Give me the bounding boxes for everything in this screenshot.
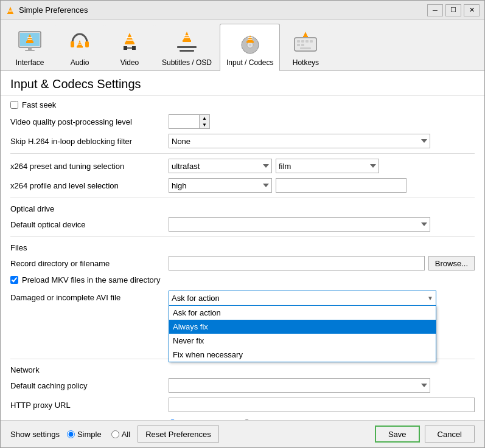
svg-rect-43 — [300, 47, 311, 49]
settings-scroll[interactable]: Fast seek Video quality post-processing … — [1, 95, 484, 420]
svg-rect-41 — [297, 44, 300, 46]
svg-rect-1 — [7, 13, 13, 14]
skip-h264-select[interactable]: None All Non-reference — [169, 134, 430, 148]
reset-preferences-button[interactable]: Reset Preferences — [138, 426, 219, 443]
dropdown-option-always-fix[interactable]: Always fix — [169, 320, 436, 334]
damaged-avi-control: Ask for action ▼ Ask for action Always f… — [169, 291, 475, 305]
http-proxy-control — [169, 398, 475, 412]
tab-interface[interactable]: Interface — [5, 24, 54, 71]
dropdown-option-ask[interactable]: Ask for action — [169, 306, 436, 320]
fast-seek-label[interactable]: Fast seek — [10, 100, 56, 109]
x264-profile-select[interactable]: high baseline main — [169, 178, 272, 193]
spin-down-button[interactable]: ▼ — [200, 122, 209, 128]
record-dir-input[interactable] — [169, 256, 425, 271]
svg-rect-24 — [183, 40, 191, 42]
x264-preset-select[interactable]: ultrafast superfast veryfast faster fast… — [169, 159, 272, 173]
svg-rect-3 — [9, 11, 12, 12]
browse-button[interactable]: Browse... — [428, 256, 475, 271]
show-settings-label: Show settings — [10, 430, 60, 439]
default-caching-row: Default caching policy — [1, 376, 484, 395]
save-button[interactable]: Save — [375, 426, 420, 443]
rtp-radio-label[interactable]: RTP over RTSP (TCP) — [243, 419, 333, 421]
x264-tuning-select[interactable]: film animation grain stillimage — [276, 159, 379, 173]
video-quality-input[interactable]: 6 — [169, 114, 199, 129]
svg-rect-25 — [184, 35, 190, 36]
live555-label: Live555 stream transport — [10, 419, 169, 421]
content-area: Input & Codecs Settings Fast seek Video … — [1, 71, 484, 420]
svg-point-31 — [249, 44, 251, 46]
svg-rect-40 — [310, 40, 313, 43]
tab-video[interactable]: Video — [105, 24, 154, 71]
close-button[interactable]: ✕ — [464, 4, 480, 16]
svg-rect-42 — [301, 44, 304, 46]
video-quality-spinner: 6 ▲ ▼ — [169, 114, 210, 129]
skip-h264-label: Skip H.264 in-loop deblocking filter — [10, 137, 169, 146]
damaged-avi-dropdown[interactable]: Ask for action ▼ Ask for action Always f… — [169, 291, 436, 305]
maximize-button[interactable]: ☐ — [445, 4, 461, 16]
input-icon — [236, 28, 265, 57]
minimize-button[interactable]: ─ — [427, 4, 443, 16]
subtitles-icon — [172, 28, 201, 57]
dropdown-arrow-icon: ▼ — [427, 295, 433, 302]
svg-rect-21 — [127, 40, 133, 41]
preload-mkv-label[interactable]: Preload MKV files in the same directory — [10, 275, 161, 284]
svg-rect-33 — [246, 41, 254, 43]
preload-mkv-row: Preload MKV files in the same directory — [1, 273, 484, 287]
http-radio-input[interactable] — [169, 419, 176, 421]
dropdown-selected-display[interactable]: Ask for action ▼ — [169, 291, 436, 305]
video-quality-row: Video quality post-processing level 6 ▲ … — [1, 112, 484, 131]
default-optical-row: Default optical device — [1, 215, 484, 234]
live555-row: Live555 stream transport HTTP (default) … — [1, 415, 484, 420]
svg-marker-23 — [183, 32, 191, 41]
tab-video-label: Video — [120, 58, 139, 67]
default-optical-label: Default optical device — [10, 220, 169, 229]
all-radio-label[interactable]: All — [111, 430, 130, 439]
preload-mkv-checkbox[interactable] — [10, 276, 18, 284]
tab-audio[interactable]: Audio — [55, 24, 104, 71]
svg-rect-17 — [79, 44, 82, 45]
tab-input[interactable]: Input / Codecs — [220, 24, 280, 71]
x264-level-input[interactable]: 0 — [276, 178, 406, 193]
bottom-bar: Show settings Simple All Reset Preferenc… — [1, 420, 484, 447]
dropdown-option-fix-when[interactable]: Fix when necessary — [169, 348, 436, 362]
default-caching-label: Default caching policy — [10, 381, 169, 390]
simple-radio-input[interactable] — [67, 430, 75, 438]
spin-up-button[interactable]: ▲ — [200, 115, 209, 122]
app-icon — [5, 5, 15, 15]
http-proxy-input[interactable] — [169, 398, 475, 412]
http-proxy-label: HTTP proxy URL — [10, 401, 169, 410]
show-settings-radios: Simple All — [67, 430, 130, 439]
default-caching-select[interactable] — [169, 378, 430, 393]
rtp-radio-input[interactable] — [243, 419, 251, 421]
divider-3 — [10, 236, 475, 237]
tab-interface-label: Interface — [16, 58, 44, 67]
dropdown-selected-text: Ask for action — [172, 294, 220, 303]
svg-rect-28 — [180, 50, 194, 52]
http-radio-label[interactable]: HTTP (default) — [169, 419, 231, 421]
default-optical-select[interactable] — [169, 217, 430, 232]
x264-preset-control: ultrafast superfast veryfast faster fast… — [169, 159, 475, 173]
window-title: Simple Preferences — [19, 5, 427, 15]
divider-2 — [10, 198, 475, 198]
fast-seek-checkbox[interactable] — [10, 101, 18, 109]
dropdown-option-never-fix[interactable]: Never fix — [169, 334, 436, 348]
skip-h264-control: None All Non-reference — [169, 134, 475, 148]
cancel-button[interactable]: Cancel — [425, 426, 475, 443]
bottom-right-buttons: Save Cancel — [375, 426, 475, 443]
interface-icon — [15, 28, 44, 57]
default-caching-control — [169, 378, 475, 393]
tab-subtitles[interactable]: Subtitles / OSD — [155, 24, 218, 71]
svg-rect-45 — [303, 36, 308, 37]
svg-rect-15 — [77, 46, 83, 48]
dropdown-list: Ask for action Always fix Never fix Fix … — [169, 305, 436, 362]
tab-hotkeys[interactable]: Hotkeys — [281, 24, 330, 71]
tab-bar: Interface Audio — [1, 20, 484, 71]
x264-preset-label: x264 preset and tuning selection — [10, 162, 169, 171]
x264-profile-control: high baseline main 0 — [169, 178, 475, 193]
svg-rect-34 — [248, 37, 253, 38]
all-radio-input[interactable] — [111, 430, 119, 438]
live555-radio-group: HTTP (default) RTP over RTSP (TCP) — [169, 419, 333, 421]
simple-radio-label[interactable]: Simple — [67, 430, 102, 439]
skip-h264-row: Skip H.264 in-loop deblocking filter Non… — [1, 131, 484, 151]
svg-rect-19 — [125, 43, 134, 44]
